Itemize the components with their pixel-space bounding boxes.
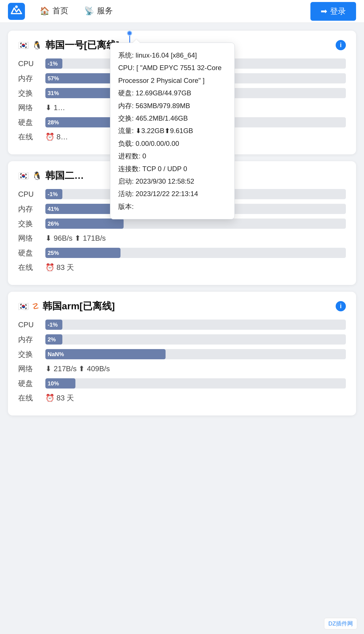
swap-pct-korea-arm: NaN% [48,351,64,358]
cpu-bar-korea1: -1% [45,58,62,69]
net-label-korea2: 网络 [18,233,41,243]
tooltip-system: 系统: linux-16.04 [x86_64] [118,49,227,62]
nav-service[interactable]: 📡 服务 [76,0,121,23]
swap-pct-korea2: 26% [48,221,59,227]
navbar: 🏠 首页 📡 服务 ➡ 登录 [0,0,364,23]
metric-swap-korea2: 交换 26% [18,219,346,229]
uptime-value-korea2: ⏰ 83 天 [45,263,74,272]
metric-mem-korea-arm: 内存 2% [18,334,346,345]
uptime-label-korea-arm: 在线 [18,393,41,403]
tooltip-dot [127,31,132,36]
tooltip-disk: 硬盘: 12.69GB/44.97GB [118,87,227,99]
footer-brand: DZ插件网 [324,618,357,629]
tooltip-line [129,36,130,43]
swap-label-korea-arm: 交换 [18,349,41,359]
mem-label-korea1: 内存 [18,74,41,83]
swap-pct-korea1: 31% [48,90,59,96]
mem-pct-korea2: 41% [48,206,59,212]
os-icon-korea2: 🐧 [32,171,42,180]
swap-label-korea2: 交换 [18,219,41,229]
info-button-korea-arm[interactable]: i [336,301,346,311]
tooltip-load: 负载: 0.00/0.00/0.00 [118,137,227,150]
swap-progress-korea2: 26% [45,219,346,229]
metric-uptime-korea-arm: 在线 ⏰ 83 天 [18,393,346,403]
cpu-bar-korea2: -1% [45,189,62,199]
disk-pct-korea-arm: 10% [48,380,59,387]
disk-pct-korea2: 25% [48,250,59,256]
server-card-korea-arm: 🇰🇷 ☡ 韩国arm[已离线] i CPU -1% 内存 2% [8,292,356,415]
login-label: 登录 [330,6,346,17]
tooltip-traffic: 流量: ⬇3.22GB⬆9.61GB [118,125,227,137]
metric-disk-korea2: 硬盘 25% [18,248,346,258]
cpu-progress-korea-arm: -1% [45,320,346,330]
tooltip-container: 系统: linux-16.04 [x86_64] CPU: [ "AMD EPY… [127,31,132,43]
cpu-label-korea-arm: CPU [18,320,41,329]
disk-progress-korea-arm: 10% [45,378,346,389]
uptime-value-korea1: ⏰ 8… [45,133,68,141]
login-icon: ➡ [321,7,327,16]
uptime-label-korea1: 在线 [18,132,41,142]
mem-label-korea-arm: 内存 [18,335,41,345]
net-value-korea2: ⬇ 96B/s ⬆ 171B/s [45,234,106,243]
disk-label-korea2: 硬盘 [18,248,41,258]
mem-pct-korea-arm: 2% [48,336,56,343]
net-label-korea-arm: 网络 [18,364,41,374]
nav-home-label: 首页 [52,5,68,16]
os-icon-korea1: 🐧 [32,41,42,50]
flag-korea1: 🇰🇷 [18,40,29,50]
footer-brand-text: DZ插件网 [328,620,353,627]
swap-bar-korea2: 26% [45,219,124,229]
swap-label-korea1: 交换 [18,88,41,98]
metric-cpu-korea-arm: CPU -1% [18,320,346,330]
home-icon: 🏠 [40,6,50,16]
tooltip-box: 系统: linux-16.04 [x86_64] CPU: [ "AMD EPY… [110,43,235,219]
card-title-korea-arm: 韩国arm[已离线] [43,300,332,313]
cpu-label-korea2: CPU [18,190,41,199]
logo[interactable] [8,3,25,20]
service-icon: 📡 [84,6,94,16]
card-header-korea-arm: 🇰🇷 ☡ 韩国arm[已离线] i [18,300,346,313]
disk-bar-korea2: 25% [45,248,120,258]
login-button[interactable]: ➡ 登录 [310,2,356,21]
tooltip-version: 版本: [118,200,227,213]
metric-swap-korea-arm: 交换 NaN% [18,349,346,359]
main-content: 🇰🇷 🐧 韩国一号[已离线] i 系统: linux-16.04 [x86_64… [0,23,364,427]
flag-korea2: 🇰🇷 [18,171,29,181]
cpu-label-korea1: CPU [18,59,41,68]
cpu-pct-korea2: -1% [48,191,58,198]
net-value-korea-arm: ⬇ 217B/s ⬆ 409B/s [45,364,110,373]
nav-home[interactable]: 🏠 首页 [32,0,76,23]
disk-pct-korea1: 28% [48,119,59,126]
os-icon-korea-arm: ☡ [32,302,39,311]
uptime-value-korea-arm: ⏰ 83 天 [45,393,74,403]
tooltip-boot: 启动: 2023/9/30 12:58:52 [118,175,227,188]
mem-label-korea2: 内存 [18,204,41,214]
metric-disk-korea-arm: 硬盘 10% [18,378,346,389]
mem-pct-korea1: 57% [48,75,59,82]
cpu-pct-korea1: -1% [48,60,58,67]
metric-uptime-korea2: 在线 ⏰ 83 天 [18,263,346,272]
svg-point-1 [15,5,18,8]
metric-net-korea-arm: 网络 ⬇ 217B/s ⬆ 409B/s [18,364,346,374]
tooltip-swap: 交换: 465.2MB/1.46GB [118,112,227,125]
mem-progress-korea-arm: 2% [45,334,346,345]
mem-bar-korea-arm: 2% [45,334,62,345]
tooltip-mem: 内存: 563MB/979.89MB [118,100,227,112]
disk-bar-korea-arm: 10% [45,378,75,389]
tooltip-active: 活动: 2023/12/22 22:13:14 [118,188,227,200]
disk-label-korea1: 硬盘 [18,117,41,127]
nav-service-label: 服务 [97,5,113,16]
disk-label-korea-arm: 硬盘 [18,379,41,389]
server-card-korea1: 🇰🇷 🐧 韩国一号[已离线] i 系统: linux-16.04 [x86_64… [8,31,356,154]
disk-progress-korea2: 25% [45,248,346,258]
metric-net-korea2: 网络 ⬇ 96B/s ⬆ 171B/s [18,233,346,243]
flag-korea-arm: 🇰🇷 [18,301,29,311]
tooltip-process: 进程数: 0 [118,150,227,162]
cpu-pct-korea-arm: -1% [48,322,58,328]
nav-links: 🏠 首页 📡 服务 [32,0,310,23]
tooltip-connections: 连接数: TCP 0 / UDP 0 [118,163,227,175]
uptime-label-korea2: 在线 [18,263,41,272]
net-value-korea1: ⬇ 1… [45,103,65,112]
info-button-korea1[interactable]: i [336,40,346,50]
tooltip-cpu: CPU: [ "AMD EPYC 7551 32-Core Processor … [118,62,227,87]
